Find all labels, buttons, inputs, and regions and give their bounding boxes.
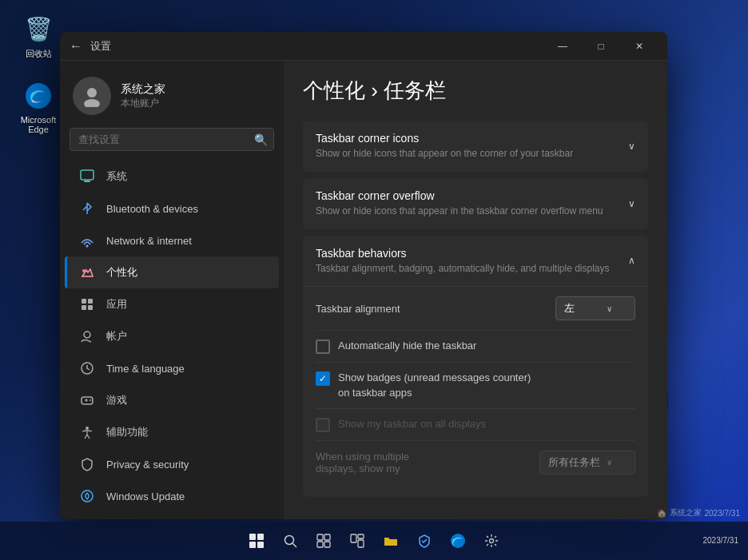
watermark-text: 系统之家 — [670, 507, 702, 518]
auto-hide-checkbox[interactable] — [316, 340, 330, 354]
svg-rect-10 — [88, 305, 93, 310]
maximize-button[interactable]: □ — [583, 32, 619, 61]
gaming-icon — [78, 391, 97, 410]
back-button[interactable]: ← — [70, 39, 82, 54]
section-behaviors-titles: Taskbar behaviors Taskbar alignment, bad… — [316, 247, 628, 276]
section-corner-overflow-header[interactable]: Taskbar corner overflow Show or hide ico… — [303, 178, 648, 229]
taskbar-alignment-dropdown[interactable]: 左 ∨ — [555, 296, 635, 320]
desktop-icon-recycle[interactable]: 🗑️ 回收站 — [14, 13, 62, 60]
page-title: 个性化 › 任务栏 — [303, 77, 648, 105]
svg-point-1 — [87, 88, 97, 97]
section-behaviors-body: Taskbar alignment 左 ∨ Automatically hide… — [303, 286, 648, 496]
sidebar-item-label-accounts: 帐户 — [106, 329, 127, 344]
watermark: 🏠 系统之家 2023/7/31 — [657, 507, 741, 518]
sidebar-item-gaming[interactable]: 游戏 — [65, 384, 279, 416]
search-input[interactable] — [70, 128, 274, 151]
svg-point-6 — [82, 269, 86, 272]
multiple-displays-row: When using multipledisplays, show my 所有任… — [316, 441, 635, 484]
taskbar: 2023/7/31 — [0, 522, 748, 560]
user-profile: 系统之家 本地账户 — [60, 69, 284, 128]
svg-rect-7 — [82, 299, 86, 304]
section-corner-overflow: Taskbar corner overflow Show or hide ico… — [303, 178, 648, 229]
desktop-icon-edge[interactable]: MicrosoftEdge — [14, 80, 62, 134]
svg-rect-3 — [81, 170, 94, 180]
svg-point-0 — [26, 83, 51, 109]
section-behaviors-header[interactable]: Taskbar behaviors Taskbar alignment, bad… — [303, 236, 648, 287]
system-icon — [78, 167, 97, 186]
settings-window: ← 设置 — □ ✕ 系统之家 本地账户 — [60, 32, 667, 519]
user-subtitle: 本地账户 — [121, 97, 165, 110]
show-badges-checkbox[interactable] — [316, 371, 330, 386]
close-button[interactable]: ✕ — [621, 32, 658, 61]
sidebar-item-label-personalization: 个性化 — [106, 265, 137, 280]
section-behaviors-title: Taskbar behaviors — [316, 247, 628, 260]
svg-rect-20 — [257, 542, 264, 548]
sidebar-item-accessibility[interactable]: 辅助功能 — [65, 416, 279, 448]
watermark-icon: 🏠 — [657, 509, 666, 518]
task-view-button[interactable] — [308, 525, 340, 557]
watermark-date: 2023/7/31 — [705, 509, 741, 518]
user-info: 系统之家 本地账户 — [121, 82, 165, 110]
minimize-button[interactable]: — — [544, 32, 581, 61]
svg-point-5 — [86, 245, 89, 248]
apps-icon — [78, 295, 97, 314]
svg-rect-8 — [88, 299, 93, 304]
multiple-displays-dropdown[interactable]: 所有任务栏 ∨ — [539, 451, 635, 475]
edge-label: MicrosoftEdge — [21, 115, 57, 134]
multiple-displays-label: When using multipledisplays, show my — [316, 451, 530, 475]
section-behaviors: Taskbar behaviors Taskbar alignment, bad… — [303, 236, 648, 497]
search-button[interactable] — [274, 525, 306, 557]
window-title: 设置 — [90, 39, 111, 54]
time-icon — [78, 359, 97, 378]
show-badges-row: Show badges (unread messages counter)on … — [316, 363, 635, 408]
svg-rect-27 — [351, 534, 356, 542]
svg-rect-17 — [249, 534, 256, 540]
sidebar-item-label-apps: 应用 — [106, 297, 127, 312]
section-corner-overflow-titles: Taskbar corner overflow Show or hide ico… — [316, 189, 628, 218]
dropdown-arrow-displays: ∨ — [607, 458, 612, 467]
section-corner-icons: Taskbar corner icons Show or hide icons … — [303, 121, 648, 172]
sidebar-item-system[interactable]: 系统 — [65, 161, 279, 193]
start-button[interactable] — [241, 525, 273, 557]
svg-rect-29 — [358, 540, 364, 547]
sidebar-item-network[interactable]: Network & internet — [65, 224, 279, 256]
explorer-button[interactable] — [375, 525, 407, 557]
personalization-icon — [78, 263, 97, 282]
search-icon[interactable]: 🔍 — [254, 133, 268, 146]
taskbar-time: 2023/7/31 — [703, 535, 739, 546]
taskbar-alignment-value: 左 — [564, 301, 575, 316]
sidebar-item-apps[interactable]: 应用 — [65, 288, 279, 320]
sidebar-item-label-time: Time & language — [106, 363, 185, 375]
section-corner-icons-header[interactable]: Taskbar corner icons Show or hide icons … — [303, 121, 648, 172]
svg-line-22 — [292, 543, 296, 547]
privacy-icon — [78, 455, 97, 474]
svg-rect-28 — [358, 534, 364, 538]
sidebar-item-time[interactable]: Time & language — [65, 352, 279, 384]
svg-rect-19 — [249, 542, 256, 548]
sidebar-item-accounts[interactable]: 帐户 — [65, 320, 279, 352]
user-name: 系统之家 — [121, 82, 165, 97]
sidebar-item-privacy[interactable]: Privacy & security — [65, 448, 279, 480]
widgets-button[interactable] — [341, 525, 373, 557]
settings-taskbar-button[interactable] — [475, 525, 507, 557]
sidebar-item-label-update: Windows Update — [106, 490, 185, 502]
svg-rect-9 — [82, 305, 86, 310]
sidebar-item-update[interactable]: Windows Update — [65, 480, 279, 512]
svg-rect-25 — [317, 542, 323, 547]
main-content: 个性化 › 任务栏 Taskbar corner icons Show or h… — [284, 61, 667, 519]
svg-rect-18 — [257, 534, 264, 540]
sidebar-item-bluetooth[interactable]: Bluetooth & devices — [65, 193, 279, 224]
all-displays-checkbox[interactable] — [316, 418, 330, 432]
svg-point-2 — [84, 99, 100, 107]
show-badges-label: Show badges (unread messages counter)on … — [338, 371, 531, 399]
desktop: 🗑️ 回收站 MicrosoftEdge ← 设置 — □ ✕ — [0, 0, 748, 560]
sidebar-item-personalization[interactable]: 个性化 — [65, 256, 279, 288]
window-body: 系统之家 本地账户 🔍 系统 — [60, 61, 667, 519]
section-corner-overflow-desc: Show or hide icons that appear in the ta… — [316, 205, 628, 218]
svg-point-14 — [90, 399, 91, 401]
security-button[interactable] — [408, 525, 440, 557]
search-box: 🔍 — [70, 128, 274, 151]
edge-taskbar-button[interactable] — [442, 525, 474, 557]
window-controls: — □ ✕ — [544, 32, 658, 61]
accounts-icon — [78, 327, 97, 346]
